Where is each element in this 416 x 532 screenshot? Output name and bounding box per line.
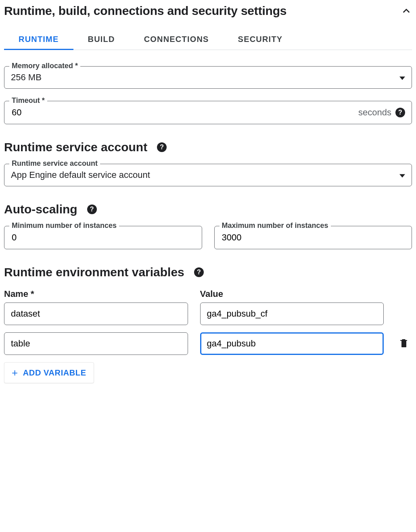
autoscaling-heading-text: Auto-scaling (4, 202, 77, 216)
env-var-row (4, 332, 412, 355)
env-value-input[interactable] (200, 332, 384, 355)
service-account-field-label: Runtime service account (9, 159, 100, 168)
timeout-field: Timeout * seconds ? (4, 101, 412, 124)
timeout-input[interactable] (11, 107, 354, 118)
section-title: Runtime, build, connections and security… (4, 4, 286, 18)
add-variable-label: ADD VARIABLE (23, 368, 86, 378)
add-variable-button[interactable]: + ADD VARIABLE (4, 362, 94, 383)
service-account-heading: Runtime service account ? (4, 140, 412, 154)
chevron-up-icon[interactable] (401, 5, 412, 17)
env-var-row (4, 303, 412, 325)
service-account-heading-text: Runtime service account (4, 140, 147, 154)
timeout-label: Timeout * (9, 96, 47, 105)
env-name-header: Name * (4, 289, 188, 299)
dropdown-arrow-icon (399, 72, 405, 83)
timeout-suffix: seconds (358, 107, 391, 118)
trash-icon[interactable] (399, 338, 409, 350)
tab-security[interactable]: SECURITY (224, 30, 297, 50)
max-instances-label: Maximum number of instances (219, 221, 331, 230)
svg-marker-1 (399, 174, 405, 177)
env-value-input[interactable] (200, 303, 384, 325)
memory-label: Memory allocated * (9, 62, 80, 70)
service-account-value: App Engine default service account (11, 170, 150, 180)
env-vars-section: Name * Value + ADD VARIABLE (4, 289, 412, 383)
memory-allocated-select[interactable]: Memory allocated * 256 MB (4, 66, 412, 89)
tab-runtime[interactable]: RUNTIME (4, 30, 73, 50)
min-instances-field: Minimum number of instances (4, 226, 202, 249)
settings-header[interactable]: Runtime, build, connections and security… (4, 4, 412, 18)
help-icon[interactable]: ? (395, 108, 405, 117)
service-account-select[interactable]: Runtime service account App Engine defau… (4, 164, 412, 186)
autoscaling-heading: Auto-scaling ? (4, 202, 412, 216)
env-vars-heading-text: Runtime environment variables (4, 265, 184, 279)
memory-value: 256 MB (11, 72, 42, 83)
help-icon[interactable]: ? (157, 142, 167, 152)
env-name-input[interactable] (4, 332, 188, 355)
plus-icon: + (12, 367, 18, 378)
svg-marker-0 (399, 77, 405, 80)
max-instances-field: Maximum number of instances (214, 226, 412, 249)
help-icon[interactable]: ? (194, 267, 204, 277)
tab-bar: RUNTIME BUILD CONNECTIONS SECURITY (4, 30, 412, 50)
env-name-input[interactable] (4, 303, 188, 325)
min-instances-input[interactable] (11, 232, 195, 243)
tab-connections[interactable]: CONNECTIONS (130, 30, 224, 50)
env-value-header: Value (200, 289, 384, 299)
tab-build[interactable]: BUILD (73, 30, 130, 50)
min-instances-label: Minimum number of instances (9, 221, 119, 230)
env-vars-heading: Runtime environment variables ? (4, 265, 412, 279)
help-icon[interactable]: ? (87, 204, 97, 214)
dropdown-arrow-icon (399, 170, 405, 180)
max-instances-input[interactable] (221, 232, 406, 243)
